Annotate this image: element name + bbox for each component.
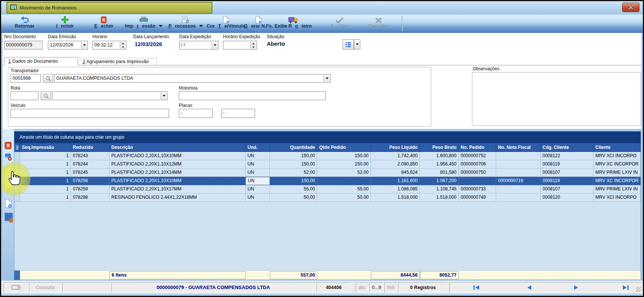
grid-cell[interactable]: 0000000733 bbox=[459, 185, 496, 193]
column-header-cliente[interactable]: Cliente bbox=[593, 143, 641, 152]
spin-buttons[interactable] bbox=[120, 42, 126, 49]
veiculo-field[interactable] bbox=[11, 109, 169, 118]
excluir-button[interactable]: Excluir bbox=[85, 15, 123, 32]
grid-cell[interactable]: 150,00 bbox=[270, 152, 317, 160]
grid-cell[interactable]: 0000000706 bbox=[459, 160, 496, 169]
grid-cell[interactable]: 1.518,000 bbox=[371, 193, 420, 202]
chevron-down-icon[interactable] bbox=[199, 25, 203, 27]
table-row[interactable]: 1078244PLASTIFICADO 2,20X1,10X12MMUN150,… bbox=[14, 160, 641, 169]
zoom-item-button[interactable] bbox=[5, 167, 12, 178]
rota-combo[interactable] bbox=[52, 91, 168, 100]
grid-cell[interactable]: UN bbox=[246, 185, 270, 193]
grid-empty-space[interactable] bbox=[14, 202, 641, 270]
table-row[interactable]: 1078243PLASTIFICADO 2,20X1,10X10MMUN150,… bbox=[14, 152, 641, 160]
grid-cell[interactable]: 1.108,745 bbox=[420, 185, 459, 193]
column-header-quantidade[interactable]: Quantidade bbox=[270, 143, 317, 152]
transportador-search-button[interactable] bbox=[43, 74, 53, 83]
situacao-list-button[interactable] bbox=[343, 39, 354, 50]
grid-cell[interactable]: 078259 bbox=[71, 185, 109, 193]
grid-cell[interactable]: MRV XCI INCORPO bbox=[593, 193, 641, 202]
column-header-peso-bruto[interactable]: Peso Bruto bbox=[420, 143, 459, 152]
roteiro-button[interactable]: Exibe Roteiro bbox=[274, 15, 313, 32]
grid-cell[interactable]: 1 bbox=[20, 169, 71, 177]
grid-cell[interactable]: 078243 bbox=[71, 152, 109, 160]
grid-settings-button[interactable] bbox=[5, 213, 13, 224]
nav-previous-button[interactable] bbox=[525, 284, 534, 291]
new-document-button[interactable] bbox=[5, 198, 12, 210]
grid-cell[interactable]: 1.742,400 bbox=[371, 152, 420, 160]
incluir-button[interactable]: Incluir bbox=[45, 15, 85, 32]
grid-cell[interactable]: 55,00 bbox=[270, 185, 317, 193]
placa2-field[interactable]: - bbox=[221, 109, 255, 118]
grid-cell[interactable]: 150,00 bbox=[317, 160, 371, 169]
observacoes-textarea[interactable] bbox=[472, 72, 641, 126]
column-header-reduzido[interactable]: Reduzido bbox=[71, 143, 109, 152]
nav-first-button[interactable] bbox=[472, 284, 481, 291]
group-by-panel[interactable]: Arraste um título de coluna aqui para cr… bbox=[14, 131, 641, 143]
impressao-button[interactable]: Impressão bbox=[123, 15, 165, 32]
grid-cell[interactable]: PLASTIFICADO 2,20X1,10X14MM bbox=[109, 169, 246, 177]
grid-cell[interactable]: MRV PRIME LXIV IN bbox=[593, 185, 641, 193]
rota-search-button[interactable] bbox=[41, 91, 51, 100]
data-emissao-combo[interactable]: 12/03/2026 bbox=[48, 41, 88, 50]
table-row[interactable]: ▶1078256PLASTIFICADO 2,20X1,10X10MMUN100… bbox=[14, 177, 641, 185]
grid-cell[interactable]: MRV XCI INCORPO bbox=[593, 152, 641, 160]
column-header-no-pedido[interactable]: No. Pedido bbox=[459, 143, 496, 152]
column-header-peso-l-quido[interactable]: Peso Líquido bbox=[371, 143, 420, 152]
grid-cell[interactable]: RESINADO FENOLICO 2,44X1,22X18MM bbox=[109, 193, 246, 202]
grid-cell[interactable]: 150,00 bbox=[317, 152, 371, 160]
table-row[interactable]: 1078288RESINADO FENOLICO 2,44X1,22X18MMU… bbox=[14, 193, 641, 202]
grid-cell[interactable]: UN bbox=[246, 193, 270, 202]
grid-cell[interactable]: UN bbox=[246, 152, 270, 160]
grid-cell[interactable]: 0008122 bbox=[541, 152, 593, 160]
column-header-und-[interactable]: Und. bbox=[246, 143, 270, 152]
grid-cell[interactable]: 1 bbox=[20, 152, 71, 160]
gerar-button[interactable]: Gerar N.Fs. bbox=[240, 15, 277, 32]
grid-cell[interactable]: 1.956,450 bbox=[420, 160, 459, 169]
grid-cell[interactable]: 845,624 bbox=[371, 169, 420, 177]
grid-cell[interactable]: UN bbox=[246, 177, 270, 185]
grid-cell[interactable]: 1 bbox=[20, 193, 71, 202]
grid-cell[interactable]: 1.518,000 bbox=[420, 193, 459, 202]
grid-cell[interactable]: 1 bbox=[20, 177, 71, 185]
situacao-dropdown-button[interactable] bbox=[354, 39, 360, 50]
grid-cell[interactable]: 0008119 bbox=[541, 160, 593, 169]
grid-cell[interactable]: 50,00 bbox=[317, 193, 371, 202]
horario-spinner[interactable]: 09:32:12 bbox=[92, 41, 126, 50]
grid-cell[interactable]: MRV XC INCORPOR bbox=[593, 177, 641, 185]
nav-last-button[interactable] bbox=[621, 284, 630, 291]
column-header-seq-impress-o[interactable]: Seq.Impressão bbox=[20, 143, 71, 152]
tab-1[interactable]: 1 Dados do Documento bbox=[4, 57, 78, 65]
grid-cell[interactable]: 52,00 bbox=[317, 169, 371, 177]
column-header-descri-o[interactable]: Descrição bbox=[109, 143, 246, 152]
grid-cell[interactable] bbox=[496, 193, 541, 202]
grid-cell[interactable]: MRV XC INCORPOR bbox=[593, 160, 641, 169]
transportador-combo[interactable]: GUARAETA COMPENSADOS LTDA bbox=[54, 74, 330, 83]
grid-cell[interactable]: 0008107 bbox=[541, 185, 593, 193]
refresh-item-button[interactable] bbox=[5, 180, 12, 193]
grid-cell[interactable]: 078256 bbox=[71, 177, 109, 185]
grid-cell[interactable]: 801,580 bbox=[420, 169, 459, 177]
processos-button[interactable]: Processos bbox=[166, 15, 206, 32]
grid-cell[interactable]: 1.600,800 bbox=[420, 152, 459, 160]
grid-cell[interactable] bbox=[496, 160, 541, 169]
resize-grip[interactable] bbox=[636, 287, 641, 292]
grid-cell[interactable]: 1 bbox=[20, 160, 71, 169]
horario-expedicao-spinner[interactable] bbox=[223, 41, 257, 50]
table-row[interactable]: 1078245PLASTIFICADO 2,20X1,10X14MMUN52,0… bbox=[14, 169, 641, 177]
grid-cell[interactable]: 0008119 bbox=[541, 177, 593, 185]
motorista-field[interactable] bbox=[179, 91, 326, 100]
table-row[interactable]: 1078259PLASTIFICADO 2,20X1,10X17MMUN55,0… bbox=[14, 185, 641, 193]
delete-item-button[interactable] bbox=[5, 142, 12, 151]
grid-cell[interactable]: 0000000749 bbox=[459, 193, 496, 202]
retornar-button[interactable]: Retornar bbox=[4, 15, 45, 32]
nav-next-button[interactable] bbox=[572, 284, 581, 291]
grid-cell[interactable]: 0000000719 bbox=[496, 177, 541, 185]
grid-cell[interactable]: 1.161,600 bbox=[371, 177, 420, 185]
grid-cell[interactable]: 2.090,850 bbox=[371, 160, 420, 169]
placa1-field[interactable]: - bbox=[179, 109, 213, 118]
grid-cell[interactable]: 078288 bbox=[71, 193, 109, 202]
grid-cell[interactable]: 150,00 bbox=[270, 160, 317, 169]
grid-cell[interactable]: UN bbox=[246, 169, 270, 177]
rota-code-field[interactable] bbox=[11, 91, 38, 100]
